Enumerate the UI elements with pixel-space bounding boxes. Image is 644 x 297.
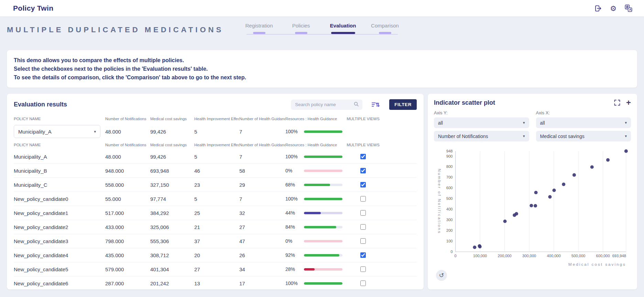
cell: 433.000 — [105, 224, 150, 230]
filter-button[interactable]: FILTER — [389, 99, 417, 110]
info-line-1: This demo allows you to compare the effe… — [14, 56, 630, 65]
cell: 558.000 — [105, 182, 150, 188]
cell: 579.000 — [105, 266, 150, 272]
resources-bar — [304, 156, 342, 158]
resources-percent: 68% — [285, 182, 301, 187]
svg-text:200: 200 — [446, 228, 453, 232]
page-header: MULTIPLE DUPLICATED MEDICATIONS Registra… — [0, 16, 644, 44]
scatter-point — [606, 158, 610, 162]
table-row[interactable]: Municipality_B948.000693,94846580% — [14, 164, 417, 178]
step-comparison[interactable]: Comparison — [364, 23, 406, 34]
table-row[interactable]: Municipality_C558.000327,150232968% — [14, 178, 417, 192]
resources-bar — [304, 226, 342, 228]
table-row[interactable]: New_policy_candidate6287.000201,24213171… — [14, 276, 417, 289]
col-header-resources: Resources : Health Guidance — [285, 143, 342, 147]
search-input[interactable] — [294, 102, 351, 107]
axis-x-filter-value: all — [540, 120, 545, 126]
multiple-views-checkbox[interactable] — [360, 196, 366, 202]
axis-y-indicator-select[interactable]: Number of Notifications ▾ — [434, 131, 529, 141]
search-box[interactable] — [291, 100, 362, 110]
policy-select[interactable]: Municipality_A ▾ — [14, 125, 100, 138]
svg-text:300,000: 300,000 — [522, 254, 536, 258]
scatter-point — [515, 212, 518, 216]
table-row[interactable]: New_policy_candidate4435.000308,71220269… — [14, 248, 417, 262]
table-row[interactable]: New_policy_candidate5579.000401,30427342… — [14, 262, 417, 276]
cell: 287.000 — [105, 281, 150, 286]
step-label: Evaluation — [322, 23, 364, 28]
pinned-improvement: 5 — [194, 129, 239, 135]
step-progress-bar — [253, 32, 265, 34]
axis-x-indicator-value: Medical cost savings — [540, 134, 585, 139]
multiple-views-checkbox[interactable] — [360, 266, 366, 272]
cell: 5 — [194, 196, 239, 202]
multiple-views-checkbox[interactable] — [360, 168, 366, 173]
cell: 48.000 — [105, 154, 150, 160]
sort-icon[interactable] — [371, 101, 380, 109]
axis-x-controls: Axis X: all ▾ Medical cost savings ▾ — [536, 110, 631, 144]
table-row[interactable]: New_policy_candidate2433.000325,00621278… — [14, 220, 417, 234]
multiple-views-checkbox[interactable] — [360, 154, 366, 159]
cell: New_policy_candidate0 — [14, 196, 105, 202]
info-line-3: To see the details of comparison, click … — [14, 73, 630, 82]
axis-y-filter-value: all — [438, 120, 443, 126]
resources-cell: 84% — [285, 224, 342, 230]
add-icon[interactable]: + — [626, 99, 631, 107]
cell: 7 — [239, 196, 285, 202]
resources-percent: 44% — [285, 210, 301, 216]
table-row[interactable]: New_policy_candidate3798.000555,30637470… — [14, 234, 417, 248]
multiple-views-checkbox[interactable] — [360, 224, 366, 230]
axis-x-filter-select[interactable]: all ▾ — [536, 117, 631, 128]
step-policies[interactable]: Policies — [280, 23, 322, 34]
svg-text:Number of Notifications: Number of Notifications — [437, 169, 442, 234]
resources-bar — [304, 130, 342, 133]
gear-icon[interactable]: ⚙ — [610, 4, 616, 12]
multiple-views-checkbox[interactable] — [360, 252, 366, 258]
fullscreen-icon[interactable] — [614, 99, 621, 107]
table-row[interactable]: New_policy_candidate055.00097,77457100% — [14, 192, 417, 206]
multiple-views-checkbox[interactable] — [360, 182, 366, 187]
axis-y-filter-select[interactable]: all ▾ — [434, 117, 529, 128]
resources-bar — [304, 198, 342, 200]
cell: 37 — [194, 238, 239, 244]
undo-icon[interactable]: ↺ — [436, 270, 447, 281]
col-header-improvement: Health Improvement Effects — [194, 143, 239, 147]
chevron-down-icon: ▾ — [94, 129, 96, 134]
resources-percent: 100% — [285, 154, 301, 159]
cell: 21 — [194, 224, 239, 230]
scatter-point — [590, 165, 594, 169]
col-header-policy-name: POLICY NAME — [14, 117, 105, 121]
policy-select-value: Municipality_A — [18, 129, 52, 135]
scatter-header: Indicator scatter plot + — [434, 99, 631, 107]
axis-x-indicator-select[interactable]: Medical cost savings ▾ — [536, 131, 631, 141]
translate-icon[interactable]: A — [625, 4, 632, 12]
step-label: Registration — [238, 23, 280, 28]
resources-cell: 100% — [285, 281, 342, 286]
col-header-resources: Resources : Health Guidance — [285, 117, 342, 121]
resources-cell: 92% — [285, 252, 342, 258]
resources-cell: 68% — [285, 182, 342, 187]
table-row[interactable]: New_policy_candidate1517.000384,29225324… — [14, 206, 417, 220]
resources-cell: 28% — [285, 266, 342, 272]
evaluation-header: Evaluation results FILTER — [14, 99, 417, 110]
resources-bar — [304, 240, 342, 242]
multiple-views-checkbox[interactable] — [360, 281, 366, 286]
table-row[interactable]: Municipality_A48.00099,42657100% — [14, 150, 417, 164]
app-title: Policy Twin — [13, 4, 53, 12]
cell: 201,242 — [150, 281, 194, 286]
cell: New_policy_candidate5 — [14, 266, 105, 272]
col-header-savings: Medical cost savings — [150, 117, 194, 121]
cell: 27 — [239, 224, 285, 230]
main-content: Evaluation results FILTER POLICY NAM — [0, 94, 644, 289]
search-icon — [353, 101, 359, 108]
step-evaluation[interactable]: Evaluation — [322, 23, 364, 34]
logout-icon[interactable] — [594, 4, 602, 12]
cell: 27 — [194, 266, 239, 272]
scatter-title: Indicator scatter plot — [434, 99, 495, 106]
multiple-views-checkbox[interactable] — [360, 210, 366, 216]
step-registration[interactable]: Registration — [238, 23, 280, 34]
cell: 325,006 — [150, 224, 194, 230]
stepper: Registration Policies Evaluation Compari… — [238, 23, 406, 34]
multiple-views-checkbox[interactable] — [360, 238, 366, 244]
resources-percent: 100% — [285, 129, 301, 134]
chevron-down-icon: ▾ — [523, 134, 525, 138]
